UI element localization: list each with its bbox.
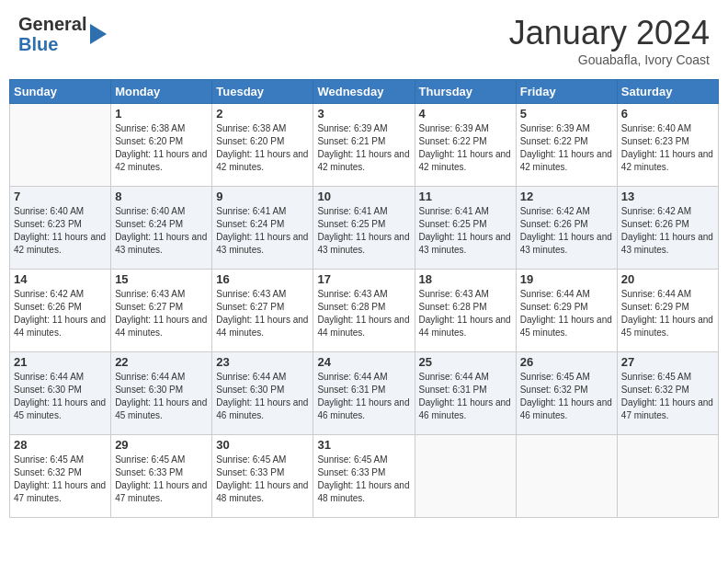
day-number: 31: [317, 438, 410, 452]
table-row: 6Sunrise: 6:40 AMSunset: 6:23 PMDaylight…: [617, 104, 718, 187]
table-row: 7Sunrise: 6:40 AMSunset: 6:23 PMDaylight…: [10, 187, 111, 270]
day-number: 27: [621, 355, 714, 369]
day-info: Sunrise: 6:39 AMSunset: 6:21 PMDaylight:…: [317, 122, 410, 174]
calendar-header-friday: Friday: [516, 80, 617, 104]
day-info: Sunrise: 6:42 AMSunset: 6:26 PMDaylight:…: [621, 205, 714, 257]
day-info: Sunrise: 6:43 AMSunset: 6:28 PMDaylight:…: [419, 288, 512, 339]
table-row: [516, 435, 617, 518]
logo: General Blue: [18, 14, 107, 54]
calendar-week-row: 1Sunrise: 6:38 AMSunset: 6:20 PMDaylight…: [10, 104, 719, 187]
day-info: Sunrise: 6:41 AMSunset: 6:25 PMDaylight:…: [317, 205, 410, 257]
table-row: 24Sunrise: 6:44 AMSunset: 6:31 PMDayligh…: [313, 352, 415, 435]
calendar-header-sunday: Sunday: [10, 80, 111, 104]
day-number: 9: [216, 190, 309, 203]
day-number: 26: [520, 355, 613, 369]
day-info: Sunrise: 6:42 AMSunset: 6:26 PMDaylight:…: [520, 205, 613, 257]
day-info: Sunrise: 6:45 AMSunset: 6:33 PMDaylight:…: [115, 454, 208, 505]
day-info: Sunrise: 6:45 AMSunset: 6:33 PMDaylight:…: [216, 454, 309, 505]
day-number: 18: [419, 272, 512, 286]
day-number: 10: [317, 190, 410, 203]
day-number: 22: [115, 355, 208, 369]
svg-marker-0: [90, 24, 107, 44]
day-info: Sunrise: 6:39 AMSunset: 6:22 PMDaylight:…: [520, 122, 613, 174]
day-number: 30: [216, 438, 309, 452]
day-info: Sunrise: 6:44 AMSunset: 6:30 PMDaylight:…: [115, 371, 208, 422]
logo-blue: Blue: [18, 34, 58, 54]
day-info: Sunrise: 6:44 AMSunset: 6:29 PMDaylight:…: [621, 288, 714, 339]
table-row: 13Sunrise: 6:42 AMSunset: 6:26 PMDayligh…: [617, 187, 718, 270]
table-row: 18Sunrise: 6:43 AMSunset: 6:28 PMDayligh…: [415, 270, 516, 352]
day-number: 21: [14, 355, 107, 369]
day-info: Sunrise: 6:44 AMSunset: 6:30 PMDaylight:…: [14, 371, 107, 422]
table-row: 19Sunrise: 6:44 AMSunset: 6:29 PMDayligh…: [516, 270, 617, 352]
table-row: 16Sunrise: 6:43 AMSunset: 6:27 PMDayligh…: [212, 270, 313, 352]
calendar-week-row: 14Sunrise: 6:42 AMSunset: 6:26 PMDayligh…: [10, 270, 719, 352]
table-row: [415, 435, 516, 518]
day-info: Sunrise: 6:38 AMSunset: 6:20 PMDaylight:…: [216, 122, 309, 174]
day-number: 11: [419, 190, 512, 203]
day-number: 8: [115, 190, 208, 203]
day-number: 3: [317, 107, 410, 121]
calendar-header-tuesday: Tuesday: [212, 80, 313, 104]
day-info: Sunrise: 6:43 AMSunset: 6:28 PMDaylight:…: [317, 288, 410, 339]
table-row: 25Sunrise: 6:44 AMSunset: 6:31 PMDayligh…: [415, 352, 516, 435]
title-area: January 2024 Gouabafla, Ivory Coast: [509, 14, 710, 67]
table-row: 20Sunrise: 6:44 AMSunset: 6:29 PMDayligh…: [617, 270, 718, 352]
calendar-week-row: 7Sunrise: 6:40 AMSunset: 6:23 PMDaylight…: [10, 187, 719, 270]
day-number: 4: [419, 107, 512, 121]
table-row: 1Sunrise: 6:38 AMSunset: 6:20 PMDaylight…: [111, 104, 212, 187]
location-subtitle: Gouabafla, Ivory Coast: [509, 52, 710, 67]
table-row: 11Sunrise: 6:41 AMSunset: 6:25 PMDayligh…: [415, 187, 516, 270]
table-row: 8Sunrise: 6:40 AMSunset: 6:24 PMDaylight…: [111, 187, 212, 270]
logo-text: General Blue: [18, 14, 107, 54]
day-info: Sunrise: 6:41 AMSunset: 6:24 PMDaylight:…: [216, 205, 309, 257]
table-row: 23Sunrise: 6:44 AMSunset: 6:30 PMDayligh…: [212, 352, 313, 435]
day-number: 19: [520, 272, 613, 286]
calendar-header-wednesday: Wednesday: [313, 80, 415, 104]
table-row: 27Sunrise: 6:45 AMSunset: 6:32 PMDayligh…: [617, 352, 718, 435]
calendar-week-row: 28Sunrise: 6:45 AMSunset: 6:32 PMDayligh…: [10, 435, 719, 518]
day-info: Sunrise: 6:43 AMSunset: 6:27 PMDaylight:…: [216, 288, 309, 339]
logo-general: General: [18, 14, 86, 34]
day-number: 14: [14, 272, 107, 286]
table-row: 5Sunrise: 6:39 AMSunset: 6:22 PMDaylight…: [516, 104, 617, 187]
day-number: 6: [621, 107, 714, 121]
day-number: 13: [621, 190, 714, 203]
day-number: 15: [115, 272, 208, 286]
day-number: 25: [419, 355, 512, 369]
calendar-header-thursday: Thursday: [415, 80, 516, 104]
day-number: 12: [520, 190, 613, 203]
day-info: Sunrise: 6:41 AMSunset: 6:25 PMDaylight:…: [419, 205, 512, 257]
day-info: Sunrise: 6:45 AMSunset: 6:32 PMDaylight:…: [520, 371, 613, 422]
table-row: 22Sunrise: 6:44 AMSunset: 6:30 PMDayligh…: [111, 352, 212, 435]
day-number: 29: [115, 438, 208, 452]
day-number: 5: [520, 107, 613, 121]
table-row: 14Sunrise: 6:42 AMSunset: 6:26 PMDayligh…: [10, 270, 111, 352]
month-title: January 2024: [509, 14, 710, 52]
day-info: Sunrise: 6:40 AMSunset: 6:23 PMDaylight:…: [621, 122, 714, 174]
day-info: Sunrise: 6:42 AMSunset: 6:26 PMDaylight:…: [14, 288, 107, 339]
calendar-header-saturday: Saturday: [617, 80, 718, 104]
day-info: Sunrise: 6:44 AMSunset: 6:31 PMDaylight:…: [419, 371, 512, 422]
day-info: Sunrise: 6:44 AMSunset: 6:31 PMDaylight:…: [317, 371, 410, 422]
day-info: Sunrise: 6:45 AMSunset: 6:32 PMDaylight:…: [621, 371, 714, 422]
table-row: [10, 104, 111, 187]
table-row: 21Sunrise: 6:44 AMSunset: 6:30 PMDayligh…: [10, 352, 111, 435]
day-number: 24: [317, 355, 410, 369]
day-number: 23: [216, 355, 309, 369]
day-number: 28: [14, 438, 107, 452]
table-row: 26Sunrise: 6:45 AMSunset: 6:32 PMDayligh…: [516, 352, 617, 435]
table-row: 12Sunrise: 6:42 AMSunset: 6:26 PMDayligh…: [516, 187, 617, 270]
table-row: 2Sunrise: 6:38 AMSunset: 6:20 PMDaylight…: [212, 104, 313, 187]
table-row: 10Sunrise: 6:41 AMSunset: 6:25 PMDayligh…: [313, 187, 415, 270]
table-row: 29Sunrise: 6:45 AMSunset: 6:33 PMDayligh…: [111, 435, 212, 518]
day-info: Sunrise: 6:43 AMSunset: 6:27 PMDaylight:…: [115, 288, 208, 339]
table-row: 4Sunrise: 6:39 AMSunset: 6:22 PMDaylight…: [415, 104, 516, 187]
day-info: Sunrise: 6:39 AMSunset: 6:22 PMDaylight:…: [419, 122, 512, 174]
table-row: 3Sunrise: 6:39 AMSunset: 6:21 PMDaylight…: [313, 104, 415, 187]
table-row: 15Sunrise: 6:43 AMSunset: 6:27 PMDayligh…: [111, 270, 212, 352]
table-row: 31Sunrise: 6:45 AMSunset: 6:33 PMDayligh…: [313, 435, 415, 518]
calendar-header-row: SundayMondayTuesdayWednesdayThursdayFrid…: [10, 80, 719, 104]
day-number: 20: [621, 272, 714, 286]
day-info: Sunrise: 6:38 AMSunset: 6:20 PMDaylight:…: [115, 122, 208, 174]
